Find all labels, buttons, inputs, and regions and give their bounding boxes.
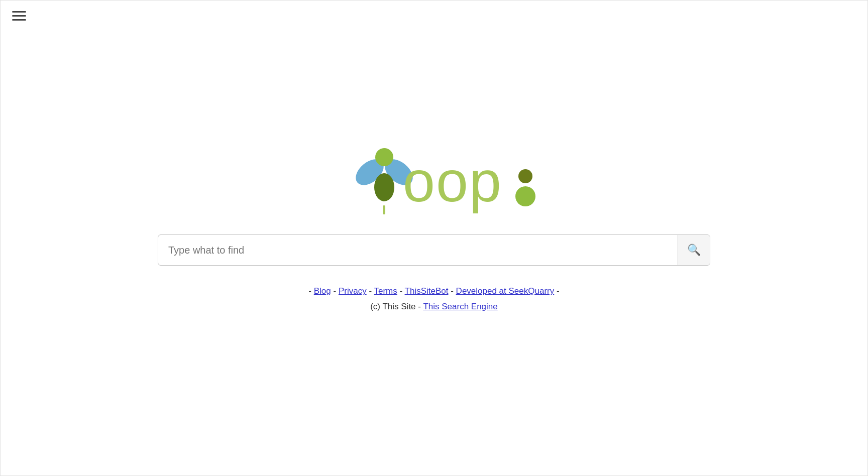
- hamburger-line-1: [12, 11, 26, 13]
- svg-point-5: [518, 169, 532, 183]
- svg-text:oop: oop: [403, 149, 502, 213]
- hamburger-line-3: [12, 19, 26, 21]
- search-button[interactable]: 🔍: [678, 235, 710, 265]
- separator-1: -: [308, 286, 313, 296]
- main-content: oop 🔍 - Blog - Privacy - Terms - ThisSit…: [1, 1, 867, 475]
- separator-6: -: [557, 286, 560, 296]
- footer-link-searchengine[interactable]: This Search Engine: [423, 302, 497, 311]
- footer-links: - Blog - Privacy - Terms - ThisSiteBot -…: [308, 284, 559, 314]
- separator-2: -: [334, 286, 339, 296]
- svg-point-2: [375, 148, 393, 166]
- search-bar: 🔍: [158, 234, 710, 266]
- hamburger-menu[interactable]: [12, 11, 26, 21]
- yoop-logo: oop: [329, 131, 539, 216]
- search-icon: 🔍: [687, 244, 701, 257]
- footer-link-thissitebot[interactable]: ThisSiteBot: [405, 286, 449, 296]
- separator-3: -: [369, 286, 374, 296]
- hamburger-line-2: [12, 15, 26, 17]
- footer-row-2: (c) This Site - This Search Engine: [308, 299, 559, 315]
- separator-4: -: [399, 286, 404, 296]
- footer-link-terms[interactable]: Terms: [374, 286, 397, 296]
- footer-link-blog[interactable]: Blog: [314, 286, 331, 296]
- svg-rect-7: [383, 205, 385, 214]
- search-input[interactable]: [158, 235, 678, 265]
- footer-row-1: - Blog - Privacy - Terms - ThisSiteBot -…: [308, 284, 559, 299]
- footer-link-seekquarry[interactable]: Developed at SeekQuarry: [456, 286, 555, 296]
- separator-5: -: [451, 286, 456, 296]
- logo-container: oop: [329, 131, 539, 216]
- svg-point-6: [515, 186, 535, 206]
- svg-point-3: [374, 173, 394, 201]
- footer-link-privacy[interactable]: Privacy: [339, 286, 367, 296]
- footer-copyright: (c) This Site -: [370, 302, 421, 311]
